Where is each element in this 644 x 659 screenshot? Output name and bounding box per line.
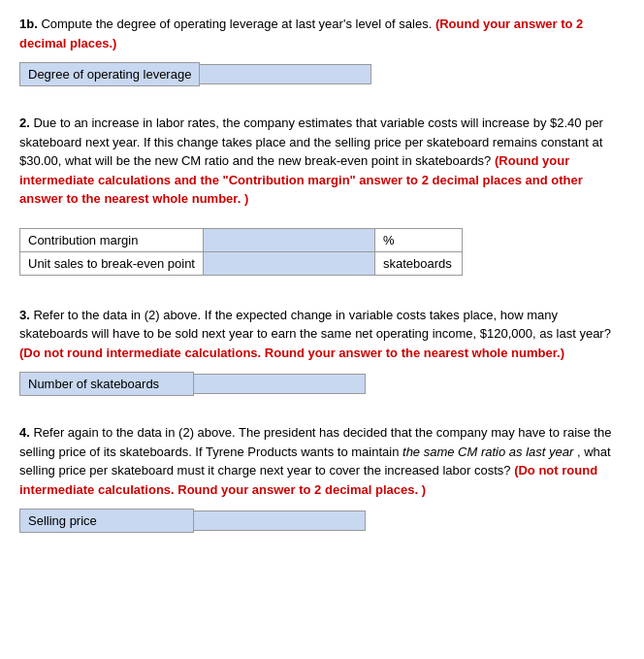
table-row: Unit sales to break-even point skateboar…: [20, 251, 463, 275]
q3-bold: (Do not round intermediate calculations.…: [19, 346, 564, 360]
q3-label: Number of skateboards: [19, 372, 194, 396]
q3-input[interactable]: [198, 377, 361, 391]
q2-table-container: Contribution margin % Unit sales to brea…: [19, 228, 463, 276]
q2-row2-input[interactable]: [208, 256, 370, 271]
q2-row1-input-cell[interactable]: [203, 228, 374, 251]
table-row: Contribution margin %: [20, 228, 463, 251]
q3-instruction: Refer to the data in (2) above. If the e…: [19, 308, 611, 342]
q2-row2-unit: skateboards: [374, 251, 462, 275]
q1b-number: 1b.: [19, 16, 38, 31]
q4-input-row: Selling price: [19, 509, 625, 533]
q1b-input-cell[interactable]: [200, 64, 371, 84]
q2-row1-unit: %: [374, 228, 462, 251]
q2-row1-label: Contribution margin: [20, 228, 204, 251]
q2-row1-input[interactable]: [208, 233, 370, 247]
q4-italic: the same CM ratio as last year: [402, 445, 573, 459]
q2-table: Contribution margin % Unit sales to brea…: [19, 228, 463, 276]
question-2: 2. Due to an increase in labor rates, th…: [19, 114, 625, 279]
question-1b: 1b. Compute the degree of operating leve…: [19, 15, 625, 86]
q3-number: 3.: [19, 308, 30, 322]
question-4: 4. Refer again to the data in (2) above.…: [19, 423, 625, 533]
q4-text: 4. Refer again to the data in (2) above.…: [19, 423, 625, 499]
question-3: 3. Refer to the data in (2) above. If th…: [19, 306, 625, 397]
q3-input-row: Number of skateboards: [19, 372, 625, 396]
q1b-input[interactable]: [204, 67, 367, 82]
q3-input-cell[interactable]: [194, 374, 366, 394]
q4-number: 4.: [19, 425, 30, 440]
q1b-instruction: Compute the degree of operating leverage…: [41, 16, 435, 31]
q1b-label: Degree of operating leverage: [19, 62, 200, 86]
q1b-text: 1b. Compute the degree of operating leve…: [19, 15, 625, 52]
q4-label: Selling price: [19, 509, 194, 533]
q2-text: 2. Due to an increase in labor rates, th…: [19, 114, 625, 209]
q2-row2-label: Unit sales to break-even point: [20, 251, 204, 275]
q2-number: 2.: [19, 115, 30, 130]
q4-input-cell[interactable]: [194, 511, 366, 531]
q4-input[interactable]: [198, 513, 361, 528]
q3-text: 3. Refer to the data in (2) above. If th…: [19, 306, 625, 363]
q2-row2-input-cell[interactable]: [203, 251, 374, 275]
q1b-input-row: Degree of operating leverage: [19, 62, 625, 86]
